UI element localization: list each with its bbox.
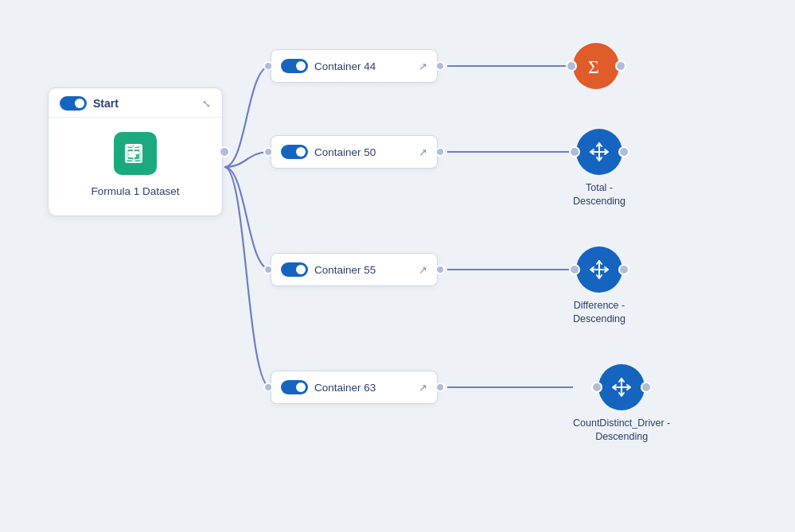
line-start-to-c63 bbox=[224, 167, 271, 387]
a44-out-connector bbox=[615, 60, 626, 72]
a55-label: Difference -Descending bbox=[573, 299, 625, 326]
action-63[interactable]: CountDistinct_Driver -Descending bbox=[573, 364, 670, 444]
sigma-icon: Σ bbox=[584, 54, 608, 78]
c50-out-connector bbox=[435, 147, 445, 157]
container-63[interactable]: Container 63 ↗ bbox=[271, 371, 438, 404]
start-body: Formula 1 Dataset bbox=[49, 118, 222, 216]
c63-in-connector bbox=[263, 382, 273, 392]
c55-title: Container 55 bbox=[314, 264, 412, 276]
start-title: Start bbox=[93, 97, 196, 110]
a50-out-connector bbox=[618, 146, 629, 157]
c44-expand-icon[interactable]: ↗ bbox=[419, 60, 427, 72]
action-44[interactable]: Σ bbox=[573, 43, 619, 89]
container-44[interactable]: Container 44 ↗ bbox=[271, 49, 438, 83]
c55-out-connector bbox=[435, 265, 445, 274]
c63-toggle[interactable] bbox=[281, 380, 308, 394]
c50-expand-icon[interactable]: ↗ bbox=[419, 146, 427, 158]
c63-expand-icon[interactable]: ↗ bbox=[419, 382, 427, 394]
c44-toggle[interactable] bbox=[281, 59, 308, 73]
a63-label: CountDistinct_Driver -Descending bbox=[573, 417, 670, 444]
c50-in-connector bbox=[263, 147, 273, 157]
start-toggle[interactable] bbox=[60, 96, 87, 111]
action-50[interactable]: Total -Descending bbox=[573, 129, 625, 208]
c55-toggle[interactable] bbox=[281, 262, 308, 277]
c50-title: Container 50 bbox=[314, 146, 412, 158]
c44-out-connector bbox=[435, 61, 445, 71]
move-icon-2 bbox=[587, 258, 611, 282]
line-start-to-c55 bbox=[224, 167, 271, 270]
a63-in-connector bbox=[591, 382, 602, 393]
c63-title: Container 63 bbox=[314, 382, 412, 394]
dataset-label: Formula 1 Dataset bbox=[91, 184, 179, 200]
start-out-connector bbox=[219, 146, 230, 157]
c44-title: Container 44 bbox=[314, 60, 412, 72]
a63-out-connector bbox=[641, 382, 652, 393]
a55-in-connector bbox=[569, 264, 580, 275]
action-55-circle[interactable] bbox=[576, 247, 622, 293]
canvas: Start ⤡ Formula 1 Dataset bbox=[0, 0, 795, 532]
c44-in-connector bbox=[263, 61, 273, 71]
c50-toggle[interactable] bbox=[281, 145, 308, 159]
svg-text:Σ: Σ bbox=[588, 56, 599, 77]
action-44-circle[interactable]: Σ bbox=[573, 43, 619, 89]
action-63-circle[interactable] bbox=[598, 364, 645, 410]
dataset-icon bbox=[114, 132, 157, 175]
c55-expand-icon[interactable]: ↗ bbox=[419, 264, 427, 276]
a50-in-connector bbox=[569, 146, 580, 157]
action-55[interactable]: Difference -Descending bbox=[573, 247, 625, 326]
c55-in-connector bbox=[263, 265, 273, 274]
start-header: Start ⤡ bbox=[49, 88, 222, 118]
a55-out-connector bbox=[618, 264, 629, 275]
action-50-circle[interactable] bbox=[576, 129, 622, 175]
move-icon-3 bbox=[610, 375, 633, 399]
container-50[interactable]: Container 50 ↗ bbox=[271, 135, 438, 169]
a44-in-connector bbox=[566, 60, 577, 72]
start-expand-icon[interactable]: ⤡ bbox=[202, 98, 211, 110]
a50-label: Total -Descending bbox=[573, 181, 625, 208]
book-icon bbox=[123, 141, 148, 166]
move-icon bbox=[587, 140, 611, 164]
c63-out-connector bbox=[435, 382, 445, 392]
container-55[interactable]: Container 55 ↗ bbox=[271, 253, 438, 286]
start-node: Start ⤡ Formula 1 Dataset bbox=[48, 87, 223, 216]
